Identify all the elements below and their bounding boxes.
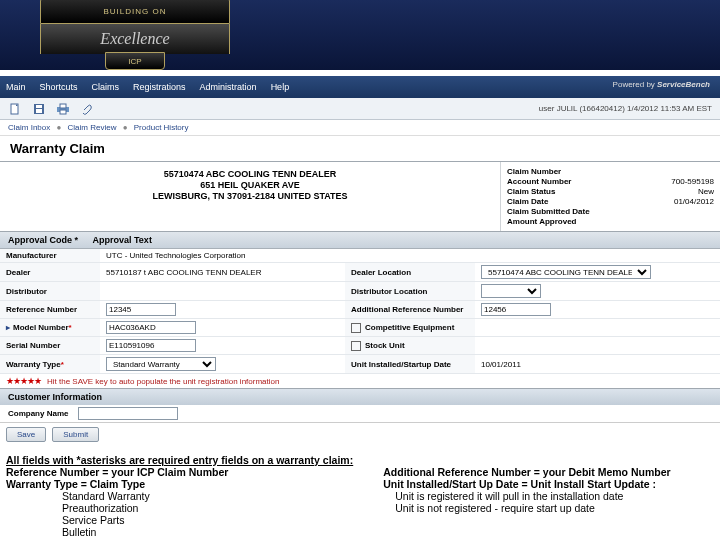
- serial-input[interactable]: [106, 339, 196, 352]
- top-banner: BUILDING ON Excellence ICP: [0, 0, 720, 70]
- nav-registrations[interactable]: Registrations: [133, 82, 186, 92]
- badge-top-text: BUILDING ON: [40, 0, 230, 24]
- distributor-location-label: Distributor Location: [345, 282, 475, 301]
- save-button[interactable]: Save: [6, 427, 46, 442]
- print-icon[interactable]: [56, 102, 70, 116]
- warranty-type-select[interactable]: Standard Warranty: [106, 357, 216, 371]
- nav-shortcuts[interactable]: Shortcuts: [40, 82, 78, 92]
- model-input[interactable]: [106, 321, 196, 334]
- customer-section-bar: Customer Information: [0, 388, 720, 405]
- save-icon[interactable]: [32, 102, 46, 116]
- dealer-location-select[interactable]: 55710474 ABC COOLING TENN DEALER: [481, 265, 651, 279]
- svg-rect-6: [60, 110, 66, 114]
- crumb-review[interactable]: Claim Review: [68, 123, 117, 132]
- install-date-value: 10/01/2011: [475, 355, 720, 374]
- distributor-label: Distributor: [0, 282, 100, 301]
- submit-button[interactable]: Submit: [52, 427, 99, 442]
- manufacturer-value: UTC - United Technologies Corporation: [100, 249, 720, 263]
- stars-icon: ★★★★★: [6, 376, 41, 386]
- crumb-history[interactable]: Product History: [134, 123, 189, 132]
- nav-help[interactable]: Help: [271, 82, 290, 92]
- badge-script-text: Excellence: [40, 24, 230, 54]
- crumb-inbox[interactable]: Claim Inbox: [8, 123, 50, 132]
- breadcrumb: Claim Inbox ● Claim Review ● Product His…: [0, 120, 720, 136]
- serial-label: Serial Number: [0, 337, 100, 355]
- form-grid: Manufacturer UTC - United Technologies C…: [0, 249, 720, 374]
- dealer-location-label: Dealer Location: [345, 263, 475, 282]
- attach-icon[interactable]: [80, 102, 94, 116]
- user-info: user JULIL (166420412) 1/4/2012 11:53 AM…: [539, 104, 712, 113]
- addref-input[interactable]: [481, 303, 551, 316]
- svg-rect-2: [36, 105, 42, 108]
- svg-rect-3: [36, 109, 42, 113]
- nav-main[interactable]: Main: [6, 82, 26, 92]
- svg-rect-5: [60, 104, 66, 108]
- dealer-value: 55710187 t ABC COOLING TENN DEALER: [100, 263, 345, 282]
- addref-label: Additional Reference Number: [345, 301, 475, 319]
- claim-meta: Claim Number Account Number700-595198 Cl…: [500, 162, 720, 231]
- main-nav: Main Shortcuts Claims Registrations Admi…: [0, 76, 720, 98]
- model-label: ▸Model Number*: [0, 319, 100, 337]
- competitive-checkbox[interactable]: [351, 323, 361, 333]
- dealer-address: 55710474 ABC COOLING TENN DEALER 651 HEI…: [0, 162, 500, 231]
- powered-by: Powered by ServiceBench: [613, 80, 710, 89]
- toolbar: user JULIL (166420412) 1/4/2012 11:53 AM…: [0, 98, 720, 120]
- stock-checkbox[interactable]: [351, 341, 361, 351]
- nav-claims[interactable]: Claims: [92, 82, 120, 92]
- refnum-input[interactable]: [106, 303, 176, 316]
- page-title: Warranty Claim: [0, 136, 720, 162]
- manufacturer-label: Manufacturer: [0, 249, 100, 263]
- approval-bar: Approval Code * Approval Text: [0, 232, 720, 249]
- install-date-label: Unit Installed/Startup Date: [345, 355, 475, 374]
- account-number: 700-595198: [671, 177, 714, 186]
- company-name-input[interactable]: [78, 407, 178, 420]
- distributor-location-select[interactable]: [481, 284, 541, 298]
- excellence-badge: BUILDING ON Excellence ICP: [40, 0, 230, 78]
- company-name-label: Company Name: [8, 409, 68, 418]
- nav-administration[interactable]: Administration: [200, 82, 257, 92]
- claim-status: New: [698, 187, 714, 196]
- refnum-label: Reference Number: [0, 301, 100, 319]
- claim-date: 01/04/2012: [674, 197, 714, 206]
- new-doc-icon[interactable]: [8, 102, 22, 116]
- warranty-type-label: Warranty Type *: [0, 355, 100, 374]
- caret-icon[interactable]: ▸: [6, 323, 10, 332]
- instruction-notes: All fields with *asterisks are required …: [0, 446, 720, 540]
- save-hint: ★★★★★ Hit the SAVE key to auto populate …: [0, 374, 720, 388]
- badge-icp: ICP: [105, 52, 165, 70]
- dealer-label: Dealer: [0, 263, 100, 282]
